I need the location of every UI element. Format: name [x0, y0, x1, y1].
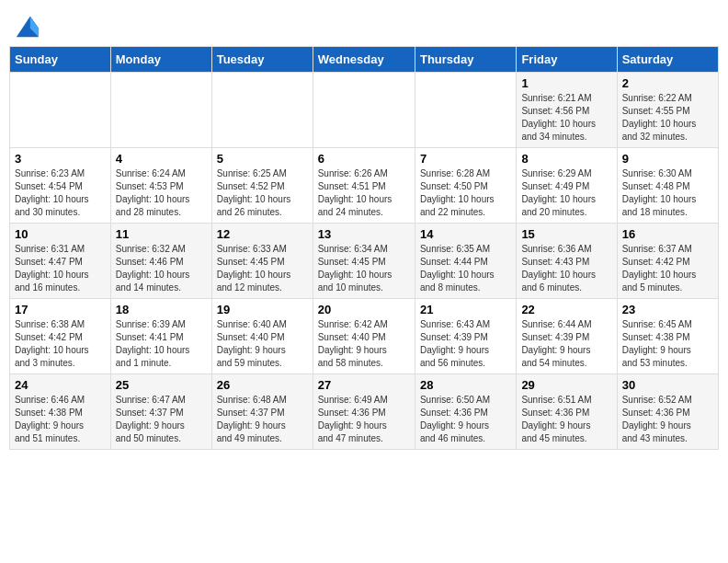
calendar-body: 1Sunrise: 6:21 AM Sunset: 4:56 PM Daylig… — [10, 73, 719, 450]
header-row: SundayMondayTuesdayWednesdayThursdayFrid… — [10, 47, 719, 73]
calendar-cell: 2Sunrise: 6:22 AM Sunset: 4:55 PM Daylig… — [617, 73, 718, 148]
day-number: 23 — [622, 303, 713, 316]
calendar-cell — [211, 73, 313, 148]
day-number: 27 — [318, 378, 410, 392]
day-number: 18 — [116, 303, 207, 316]
week-row-4: 24Sunrise: 6:46 AM Sunset: 4:38 PM Dayli… — [10, 374, 719, 450]
calendar-cell — [110, 73, 211, 148]
logo-icon — [15, 13, 40, 39]
page-header — [9, 9, 719, 39]
day-info: Sunrise: 6:45 AM Sunset: 4:38 PM Dayligh… — [622, 318, 713, 370]
calendar-cell: 17Sunrise: 6:38 AM Sunset: 4:42 PM Dayli… — [10, 299, 111, 374]
day-info: Sunrise: 6:36 AM Sunset: 4:43 PM Dayligh… — [521, 243, 611, 294]
day-info: Sunrise: 6:24 AM Sunset: 4:53 PM Dayligh… — [116, 167, 207, 219]
calendar-cell: 12Sunrise: 6:33 AM Sunset: 4:45 PM Dayli… — [211, 224, 313, 299]
day-number: 8 — [521, 152, 611, 166]
day-number: 6 — [318, 152, 410, 166]
day-number: 2 — [622, 76, 713, 90]
day-info: Sunrise: 6:50 AM Sunset: 4:36 PM Dayligh… — [420, 394, 511, 445]
day-number: 12 — [217, 227, 308, 241]
calendar-cell: 11Sunrise: 6:32 AM Sunset: 4:46 PM Dayli… — [110, 224, 211, 299]
calendar-cell: 29Sunrise: 6:51 AM Sunset: 4:36 PM Dayli… — [517, 374, 617, 450]
day-info: Sunrise: 6:52 AM Sunset: 4:36 PM Dayligh… — [622, 394, 713, 445]
day-info: Sunrise: 6:43 AM Sunset: 4:39 PM Dayligh… — [420, 318, 511, 370]
calendar-cell: 18Sunrise: 6:39 AM Sunset: 4:41 PM Dayli… — [110, 299, 211, 374]
day-number: 5 — [217, 152, 308, 166]
calendar-cell: 8Sunrise: 6:29 AM Sunset: 4:49 PM Daylig… — [517, 148, 617, 224]
calendar-cell: 24Sunrise: 6:46 AM Sunset: 4:38 PM Dayli… — [10, 374, 111, 450]
calendar-cell: 13Sunrise: 6:34 AM Sunset: 4:45 PM Dayli… — [313, 224, 415, 299]
calendar-cell: 28Sunrise: 6:50 AM Sunset: 4:36 PM Dayli… — [415, 374, 516, 450]
header-day-monday: Monday — [110, 47, 211, 73]
day-number: 4 — [116, 152, 207, 166]
day-number: 20 — [318, 303, 410, 316]
header-day-tuesday: Tuesday — [211, 47, 313, 73]
day-info: Sunrise: 6:46 AM Sunset: 4:38 PM Dayligh… — [15, 394, 106, 445]
header-day-thursday: Thursday — [415, 47, 516, 73]
day-info: Sunrise: 6:47 AM Sunset: 4:37 PM Dayligh… — [116, 394, 207, 445]
day-info: Sunrise: 6:51 AM Sunset: 4:36 PM Dayligh… — [521, 394, 611, 445]
day-info: Sunrise: 6:35 AM Sunset: 4:44 PM Dayligh… — [420, 243, 511, 294]
day-number: 1 — [521, 76, 611, 90]
calendar-cell: 19Sunrise: 6:40 AM Sunset: 4:40 PM Dayli… — [211, 299, 313, 374]
calendar-cell: 10Sunrise: 6:31 AM Sunset: 4:47 PM Dayli… — [10, 224, 111, 299]
day-info: Sunrise: 6:23 AM Sunset: 4:54 PM Dayligh… — [15, 167, 106, 219]
calendar-cell: 30Sunrise: 6:52 AM Sunset: 4:36 PM Dayli… — [617, 374, 718, 450]
day-info: Sunrise: 6:31 AM Sunset: 4:47 PM Dayligh… — [15, 243, 106, 294]
day-info: Sunrise: 6:37 AM Sunset: 4:42 PM Dayligh… — [622, 243, 713, 294]
day-number: 17 — [15, 303, 106, 316]
calendar-cell: 21Sunrise: 6:43 AM Sunset: 4:39 PM Dayli… — [415, 299, 516, 374]
header-day-sunday: Sunday — [10, 47, 111, 73]
day-info: Sunrise: 6:49 AM Sunset: 4:36 PM Dayligh… — [318, 394, 410, 445]
day-number: 7 — [420, 152, 511, 166]
header-day-wednesday: Wednesday — [313, 47, 415, 73]
week-row-3: 17Sunrise: 6:38 AM Sunset: 4:42 PM Dayli… — [10, 299, 719, 374]
calendar-header: SundayMondayTuesdayWednesdayThursdayFrid… — [10, 47, 719, 73]
day-info: Sunrise: 6:29 AM Sunset: 4:49 PM Dayligh… — [521, 167, 611, 219]
day-info: Sunrise: 6:22 AM Sunset: 4:55 PM Dayligh… — [622, 92, 713, 144]
calendar-table: SundayMondayTuesdayWednesdayThursdayFrid… — [9, 46, 719, 450]
day-number: 25 — [116, 378, 207, 392]
day-info: Sunrise: 6:21 AM Sunset: 4:56 PM Dayligh… — [521, 92, 611, 144]
day-number: 28 — [420, 378, 511, 392]
day-number: 22 — [521, 303, 611, 316]
day-info: Sunrise: 6:32 AM Sunset: 4:46 PM Dayligh… — [116, 243, 207, 294]
day-info: Sunrise: 6:39 AM Sunset: 4:41 PM Dayligh… — [116, 318, 207, 370]
day-info: Sunrise: 6:48 AM Sunset: 4:37 PM Dayligh… — [217, 394, 308, 445]
day-info: Sunrise: 6:42 AM Sunset: 4:40 PM Dayligh… — [318, 318, 410, 370]
day-info: Sunrise: 6:26 AM Sunset: 4:51 PM Dayligh… — [318, 167, 410, 219]
header-day-friday: Friday — [517, 47, 617, 73]
day-info: Sunrise: 6:40 AM Sunset: 4:40 PM Dayligh… — [217, 318, 308, 370]
calendar-cell: 7Sunrise: 6:28 AM Sunset: 4:50 PM Daylig… — [415, 148, 516, 224]
calendar-cell: 27Sunrise: 6:49 AM Sunset: 4:36 PM Dayli… — [313, 374, 415, 450]
day-info: Sunrise: 6:33 AM Sunset: 4:45 PM Dayligh… — [217, 243, 308, 294]
day-number: 13 — [318, 227, 410, 241]
day-number: 15 — [521, 227, 611, 241]
day-number: 11 — [116, 227, 207, 241]
day-info: Sunrise: 6:44 AM Sunset: 4:39 PM Dayligh… — [521, 318, 611, 370]
calendar-cell — [10, 73, 111, 148]
calendar-cell: 20Sunrise: 6:42 AM Sunset: 4:40 PM Dayli… — [313, 299, 415, 374]
day-info: Sunrise: 6:30 AM Sunset: 4:48 PM Dayligh… — [622, 167, 713, 219]
day-number: 9 — [622, 152, 713, 166]
calendar-cell: 16Sunrise: 6:37 AM Sunset: 4:42 PM Dayli… — [617, 224, 718, 299]
day-number: 24 — [15, 378, 106, 392]
calendar-cell: 1Sunrise: 6:21 AM Sunset: 4:56 PM Daylig… — [517, 73, 617, 148]
calendar-cell: 14Sunrise: 6:35 AM Sunset: 4:44 PM Dayli… — [415, 224, 516, 299]
calendar-cell: 15Sunrise: 6:36 AM Sunset: 4:43 PM Dayli… — [517, 224, 617, 299]
calendar-cell — [313, 73, 415, 148]
day-number: 21 — [420, 303, 511, 316]
calendar-cell — [415, 73, 516, 148]
calendar-cell: 4Sunrise: 6:24 AM Sunset: 4:53 PM Daylig… — [110, 148, 211, 224]
day-info: Sunrise: 6:38 AM Sunset: 4:42 PM Dayligh… — [15, 318, 106, 370]
day-number: 16 — [622, 227, 713, 241]
day-number: 19 — [217, 303, 308, 316]
day-info: Sunrise: 6:25 AM Sunset: 4:52 PM Dayligh… — [217, 167, 308, 219]
calendar-cell: 22Sunrise: 6:44 AM Sunset: 4:39 PM Dayli… — [517, 299, 617, 374]
calendar-cell: 5Sunrise: 6:25 AM Sunset: 4:52 PM Daylig… — [211, 148, 313, 224]
calendar-cell: 6Sunrise: 6:26 AM Sunset: 4:51 PM Daylig… — [313, 148, 415, 224]
calendar-cell: 9Sunrise: 6:30 AM Sunset: 4:48 PM Daylig… — [617, 148, 718, 224]
logo — [13, 13, 40, 39]
day-number: 14 — [420, 227, 511, 241]
day-info: Sunrise: 6:34 AM Sunset: 4:45 PM Dayligh… — [318, 243, 410, 294]
